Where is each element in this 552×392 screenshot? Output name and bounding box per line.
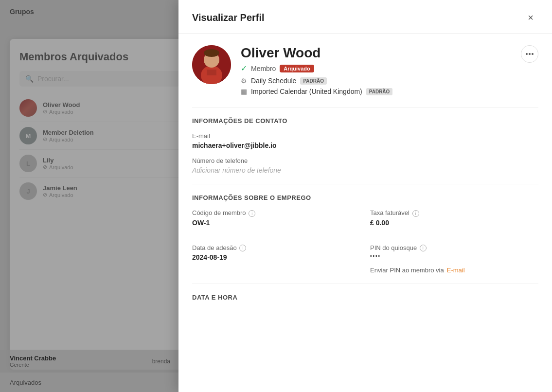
profile-info: Oliver Wood ✓ Membro Arquivado ⚙ Daily S… <box>241 45 538 95</box>
join-date-label: Data de adesão i <box>192 244 360 252</box>
member-code-label: Código de membro i <box>192 209 360 217</box>
pin-field: PIN do quiosque i •••• Enviar PIN ao mem… <box>370 244 538 274</box>
send-pin-email-link[interactable]: E-mail <box>447 267 465 274</box>
profile-header: Oliver Wood ✓ Membro Arquivado ⚙ Daily S… <box>192 45 538 95</box>
email-label: E-mail <box>192 132 538 140</box>
dot-icon <box>532 53 534 55</box>
divider <box>192 284 538 284</box>
calendar-text: Imported Calendar (United Kingdom) <box>251 88 362 95</box>
member-code-value: OW-1 <box>192 219 360 227</box>
billable-rate-info-icon: i <box>412 210 419 217</box>
archived-badge: Arquivado <box>280 65 314 72</box>
datetime-section-title: DATA E HORA <box>192 294 538 301</box>
member-code-info-icon: i <box>249 210 255 217</box>
billable-rate-value: £ 0.00 <box>370 219 538 227</box>
join-date-info-icon: i <box>239 245 246 251</box>
join-date-field: Data de adesão i 2024-08-19 <box>192 244 360 274</box>
modal-title: Visualizar Perfil <box>192 12 265 23</box>
send-pin-text: Enviar PIN ao membro via <box>370 267 444 274</box>
more-options-button[interactable] <box>521 45 538 63</box>
verified-icon: ✓ <box>241 64 247 73</box>
close-button[interactable]: × <box>523 10 538 25</box>
send-pin-row: Enviar PIN ao membro via E-mail <box>370 267 538 274</box>
dot-icon <box>526 53 528 55</box>
phone-placeholder: Adicionar número de telefone <box>192 166 538 174</box>
schedule-text: Daily Schedule <box>251 77 296 85</box>
avatar <box>192 45 231 84</box>
pin-info-icon: i <box>420 245 427 251</box>
profile-name: Oliver Wood <box>241 45 538 61</box>
billable-rate-label: Taxa faturável i <box>370 209 538 217</box>
profile-modal: Visualizar Perfil × O <box>178 0 552 392</box>
role-text: Membro <box>251 65 276 72</box>
schedule-badge: PADRÃO <box>300 77 327 85</box>
dot-icon <box>529 53 531 55</box>
divider <box>192 107 538 107</box>
calendar-row: ▦ Imported Calendar (United Kingdom) PAD… <box>241 88 538 95</box>
modal-body[interactable]: Oliver Wood ✓ Membro Arquivado ⚙ Daily S… <box>178 34 552 392</box>
contact-section: INFORMAÇÕES DE CONTATO E-mail michaera+o… <box>192 117 538 174</box>
employment-section: INFORMAÇÕES SOBRE O EMPREGO Código de me… <box>192 194 538 274</box>
phone-label: Número de telefone <box>192 157 538 164</box>
profile-role-row: ✓ Membro Arquivado <box>241 64 538 73</box>
divider <box>192 184 538 184</box>
join-date-value: 2024-08-19 <box>192 253 360 261</box>
billable-rate-field: Taxa faturável i £ 0.00 <box>370 209 538 234</box>
employment-section-title: INFORMAÇÕES SOBRE O EMPREGO <box>192 194 538 201</box>
pin-label: PIN do quiosque i <box>370 244 538 252</box>
calendar-icon: ▦ <box>241 88 247 95</box>
contact-section-title: INFORMAÇÕES DE CONTATO <box>192 117 538 125</box>
employment-grid: Código de membro i OW-1 Taxa faturável i… <box>192 209 538 274</box>
pin-value: •••• <box>370 253 538 259</box>
svg-point-3 <box>204 49 219 57</box>
schedule-row: ⚙ Daily Schedule PADRÃO <box>241 77 538 85</box>
datetime-section: DATA E HORA <box>192 294 538 301</box>
member-code-field: Código de membro i OW-1 <box>192 209 360 234</box>
modal-header: Visualizar Perfil × <box>178 0 552 34</box>
email-value: michaera+oliver@jibble.io <box>192 142 538 149</box>
schedule-icon: ⚙ <box>241 77 247 85</box>
svg-rect-4 <box>207 70 216 75</box>
calendar-badge: PADRÃO <box>366 88 393 95</box>
